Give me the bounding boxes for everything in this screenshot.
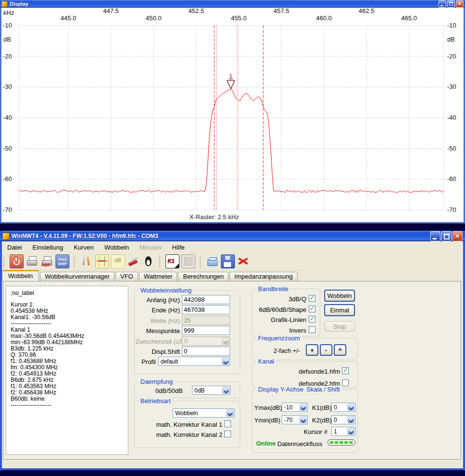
- zoom-in-button[interactable]: +: [306, 344, 318, 356]
- kursor-select[interactable]: 1: [331, 427, 356, 436]
- marker-1-label: 1: [229, 73, 232, 80]
- stop-button: Stop: [324, 321, 355, 332]
- chevron-down-icon[interactable]: [222, 358, 229, 365]
- maximize-button[interactable]: [441, 231, 451, 241]
- chevron-down-icon[interactable]: [347, 404, 355, 411]
- open-icon[interactable]: [206, 255, 219, 268]
- k2-label: K2(dB): [312, 417, 331, 424]
- y-tick-label-left: -10: [3, 22, 12, 29]
- x-tick-label: 462.5: [358, 7, 374, 14]
- weite-input: [182, 316, 230, 325]
- y-tick-label-right: -10: [447, 22, 456, 29]
- k1-label: K1(dB): [312, 404, 331, 411]
- anfang-input[interactable]: [182, 295, 230, 304]
- group-title: Frequenzzoom: [256, 335, 302, 342]
- group-title: Daempfung: [138, 378, 175, 385]
- print-pdf-icon[interactable]: PDF: [41, 255, 54, 268]
- menu-kurven[interactable]: Kurven: [68, 242, 99, 252]
- k2-value: 0: [334, 417, 337, 423]
- chevron-down-icon[interactable]: [347, 428, 355, 435]
- group-bandbreite: Bandbreite 3dB/Q6dB/60dB/ShapeGrafik-Lin…: [252, 289, 320, 336]
- online-status: Online: [256, 440, 275, 447]
- y-axis-unit-label-left: dB: [3, 36, 11, 43]
- menu-wobbeln[interactable]: Wobbeln: [99, 242, 134, 252]
- ymax-select[interactable]: -10: [282, 403, 308, 412]
- chevron-down-icon[interactable]: [222, 387, 230, 394]
- zwischenzeit-label: Zwischenzeit (uS): [136, 338, 180, 345]
- group-daempfung: Daempfung 0dB/50dB 0dB: [134, 381, 240, 398]
- tab-berechnungen[interactable]: Berechnungen: [178, 272, 229, 281]
- knife-icon[interactable]: [127, 255, 140, 268]
- x-tick-label: 457.5: [274, 7, 289, 14]
- tab-impedanzanpassung[interactable]: Impedanzanpassung: [230, 272, 298, 281]
- tab-vfo[interactable]: VFO: [115, 272, 138, 281]
- x-tick-label: 465.0: [401, 14, 417, 22]
- k1-select[interactable]: 0: [331, 403, 356, 412]
- messpunkte-input[interactable]: [182, 326, 230, 335]
- menu-hilfe[interactable]: Hilfe: [167, 242, 190, 252]
- zoom-reset-button[interactable]: ^: [334, 344, 346, 356]
- math-korrektur-kanal-2-checkbox[interactable]: [224, 431, 231, 437]
- close-button[interactable]: [452, 231, 463, 241]
- betriebsart-select[interactable]: Wobbeln: [173, 408, 234, 418]
- power-icon[interactable]: [10, 254, 24, 268]
- chevron-down-icon[interactable]: [300, 404, 307, 411]
- marker-1[interactable]: [227, 81, 235, 89]
- disconnect-icon[interactable]: [237, 255, 250, 268]
- profil-select[interactable]: default: [158, 357, 230, 366]
- maximize-button[interactable]: [447, 0, 455, 8]
- wobbeln-button[interactable]: Wobbeln: [324, 290, 355, 302]
- menu-datei[interactable]: Datei: [2, 242, 27, 252]
- defsonde1-hfm-checkbox[interactable]: [342, 367, 349, 374]
- tab-wattmeter[interactable]: Wattmeter: [139, 272, 177, 281]
- bandbreite-label: Grafik-Linien: [253, 316, 306, 323]
- app-icon: [2, 233, 10, 240]
- displ-shift-input[interactable]: [182, 347, 230, 356]
- grafik-linien-checkbox[interactable]: [309, 316, 315, 322]
- export-image-icon[interactable]: PNG BMP: [55, 254, 69, 268]
- penguin-icon[interactable]: [142, 255, 155, 268]
- ende-input[interactable]: [182, 305, 230, 314]
- daempfung-select[interactable]: 0dB: [192, 386, 231, 395]
- chevron-down-icon[interactable]: [226, 409, 233, 417]
- minimize-button[interactable]: [438, 0, 446, 8]
- menu-messen: Messen: [134, 242, 167, 252]
- results-panel[interactable]: ;no_labelKursor 1:0.454538 MHzKanal1: -3…: [6, 286, 128, 455]
- tab-wobbelkurvenmanager[interactable]: Wobbelkurvenmanager: [40, 272, 114, 281]
- main-titlebar[interactable]: WinNWT4 - V.4.11.09 - FW:1.52:V00 - hfm9…: [0, 231, 465, 241]
- k1-icon[interactable]: K1: [165, 254, 179, 268]
- y-tick-label-left: -60: [3, 175, 12, 182]
- zoom-out-button[interactable]: -: [320, 344, 332, 356]
- k2-icon[interactable]: [181, 254, 195, 268]
- save-icon[interactable]: [221, 254, 235, 268]
- 6db-60db-shape-checkbox[interactable]: [309, 306, 315, 312]
- y-tick-label-left: -30: [3, 83, 12, 90]
- toolbar-separator: [159, 256, 162, 267]
- tab-wobbeln[interactable]: Wobbeln: [2, 270, 39, 281]
- minimize-button[interactable]: [430, 231, 440, 241]
- x-tick-label: 460.0: [316, 14, 332, 22]
- print-icon[interactable]: [26, 255, 39, 268]
- k2-select[interactable]: 0: [331, 415, 356, 424]
- db-icon[interactable]: dB: [111, 254, 125, 268]
- group-wobbeleinstellung: Wobbeleinstellung Anfang (Hz)Ende (Hz)We…: [134, 290, 240, 374]
- einmal-button[interactable]: Einmal: [324, 304, 355, 316]
- chevron-down-icon[interactable]: [347, 416, 355, 423]
- display-titlebar[interactable]: Display: [0, 0, 465, 8]
- curve-manager-icon[interactable]: [95, 254, 109, 268]
- chevron-down-icon[interactable]: [300, 416, 307, 423]
- tools-icon[interactable]: [80, 255, 93, 268]
- messpunkte-label: Messpunkte: [136, 327, 180, 335]
- datenrueckfluss-label: Datenrueckfluss: [277, 440, 322, 448]
- menu-einstellung[interactable]: Einstellung: [27, 242, 68, 252]
- close-button[interactable]: [456, 0, 464, 8]
- y-tick-label-right: -30: [447, 83, 456, 90]
- weite-label: Weite (Hz): [136, 317, 180, 324]
- math-korrektur-kanal-1-checkbox[interactable]: [224, 420, 231, 427]
- y-tick-label-left: -20: [3, 53, 12, 60]
- 3db-q-checkbox[interactable]: [309, 295, 315, 302]
- invers-checkbox[interactable]: [309, 326, 315, 333]
- defsonde2-hfm-checkbox[interactable]: [342, 379, 349, 386]
- ymin-select[interactable]: -70: [282, 415, 308, 424]
- db-icon-label: dB: [111, 258, 124, 263]
